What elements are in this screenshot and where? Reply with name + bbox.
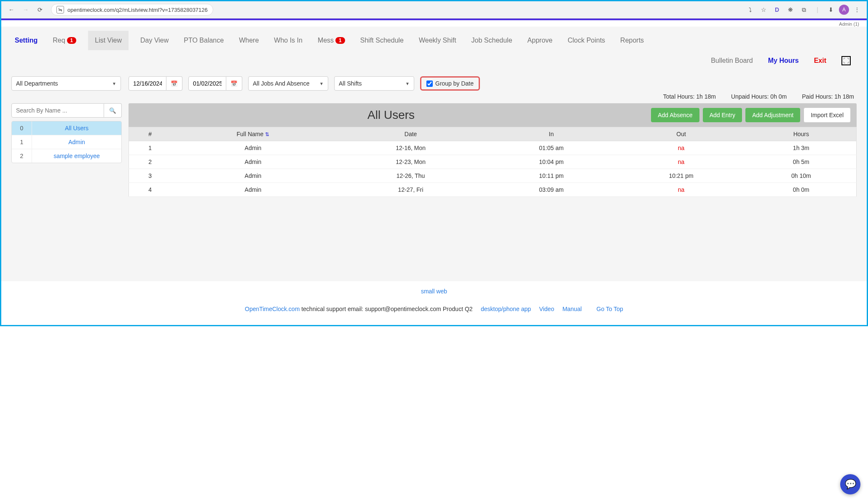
- nav-bulletin-board[interactable]: Bulletin Board: [707, 55, 756, 66]
- nav-shift-schedule[interactable]: Shift Schedule: [357, 35, 407, 46]
- nav-list-view[interactable]: List View: [88, 31, 129, 50]
- user-list-row[interactable]: 0All Users: [12, 121, 121, 135]
- cell-in: 10:11 pm: [486, 169, 616, 183]
- table-row[interactable]: 4Admin12-27, Fri03:09 amna0h 0m: [129, 183, 857, 197]
- small-web-link[interactable]: small web: [421, 288, 447, 295]
- footer-video-link[interactable]: Video: [539, 306, 555, 312]
- profile-avatar[interactable]: A: [839, 5, 849, 15]
- sidebar: 🔍 0All Users1Admin2sample employee: [11, 103, 122, 163]
- extension-d-icon[interactable]: D: [772, 4, 782, 15]
- add-adjustment-button[interactable]: Add Adjustment: [745, 108, 800, 122]
- column--[interactable]: #: [129, 127, 171, 141]
- nav-weekly-shift[interactable]: Weekly Shift: [415, 35, 460, 46]
- nav-where[interactable]: Where: [236, 35, 262, 46]
- install-icon[interactable]: ⤵: [745, 4, 755, 15]
- site-info-icon[interactable]: ≒: [56, 6, 64, 13]
- user-index: 0: [12, 121, 32, 135]
- search-input[interactable]: [11, 103, 104, 118]
- user-name[interactable]: Admin: [32, 135, 121, 149]
- cell-name: Admin: [171, 169, 335, 183]
- browser-toolbar: ← → ⟳ ≒ opentimeclock.com/q2/mListview.h…: [1, 1, 867, 19]
- menu-icon[interactable]: ⋮: [852, 4, 863, 15]
- cell-name: Admin: [171, 141, 335, 155]
- cell-n: 3: [129, 169, 171, 183]
- footer-desktop-link[interactable]: desktop/phone app: [481, 306, 531, 312]
- jobs-select[interactable]: All Jobs And Absence ▼: [248, 76, 328, 91]
- user-index: 2: [12, 149, 32, 163]
- date-to-picker-button[interactable]: 📅: [226, 76, 242, 91]
- column-date[interactable]: Date: [335, 127, 487, 141]
- cell-date: 12-23, Mon: [335, 155, 487, 169]
- nav-reports[interactable]: Reports: [617, 35, 647, 46]
- badge: 1: [67, 37, 77, 44]
- unpaid-hours: Unpaid Hours: 0h 0m: [731, 93, 787, 100]
- cell-name: Admin: [171, 155, 335, 169]
- add-absence-button[interactable]: Add Absence: [651, 108, 699, 122]
- user-list-row[interactable]: 2sample employee: [12, 149, 121, 163]
- user-name[interactable]: All Users: [32, 121, 121, 135]
- nav-mess[interactable]: Mess1: [314, 35, 348, 46]
- table-row[interactable]: 3Admin12-26, Thu10:11 pm10:21 pm0h 10m: [129, 169, 857, 183]
- extension-sun-icon[interactable]: ❋: [785, 4, 796, 15]
- column-full-name[interactable]: Full Name⇅: [171, 127, 335, 141]
- paid-hours: Paid Hours: 1h 18m: [802, 93, 854, 100]
- data-table: #Full Name⇅DateInOutHours 1Admin12-16, M…: [129, 127, 857, 197]
- chevron-down-icon: ▼: [405, 81, 410, 86]
- nav-who-is-in[interactable]: Who Is In: [271, 35, 306, 46]
- cell-n: 4: [129, 183, 171, 197]
- page-title: All Users: [134, 108, 648, 122]
- table-row[interactable]: 2Admin12-23, Mon10:04 pmna0h 5m: [129, 155, 857, 169]
- cell-out: 10:21 pm: [616, 169, 746, 183]
- shifts-select[interactable]: All Shifts ▼: [334, 76, 414, 91]
- nav-job-schedule[interactable]: Job Schedule: [468, 35, 516, 46]
- group-by-date-input[interactable]: [426, 81, 433, 87]
- cell-date: 12-16, Mon: [335, 141, 487, 155]
- table-row[interactable]: 1Admin12-16, Mon01:05 amna1h 3m: [129, 141, 857, 155]
- chevron-down-icon: ▼: [112, 81, 116, 86]
- date-to-input[interactable]: [188, 76, 226, 91]
- footer-support-text: technical support email: support@opentim…: [300, 306, 472, 312]
- admin-label: Admin (1): [1, 20, 867, 27]
- user-name[interactable]: sample employee: [32, 149, 121, 163]
- cell-n: 2: [129, 155, 171, 169]
- nav-my-hours[interactable]: My Hours: [765, 55, 802, 66]
- nav-req[interactable]: Req1: [49, 35, 80, 46]
- fullscreen-icon: ⛶: [841, 56, 851, 65]
- import-excel-button[interactable]: Import Excel: [804, 107, 851, 123]
- nav-day-view[interactable]: Day View: [137, 35, 172, 46]
- cell-hours: 0h 5m: [746, 155, 857, 169]
- nav-exit[interactable]: Exit: [811, 55, 830, 66]
- reload-button[interactable]: ⟳: [34, 4, 46, 16]
- back-button[interactable]: ←: [5, 4, 17, 16]
- cell-n: 1: [129, 141, 171, 155]
- cell-in: 03:09 am: [486, 183, 616, 197]
- footer-gototop-link[interactable]: Go To Top: [597, 306, 623, 312]
- nav-pto-balance[interactable]: PTO Balance: [180, 35, 227, 46]
- nav-setting[interactable]: Setting: [11, 35, 41, 46]
- footer-manual-link[interactable]: Manual: [563, 306, 582, 312]
- extensions-icon[interactable]: ⧉: [798, 4, 809, 15]
- nav-clock-points[interactable]: Clock Points: [564, 35, 608, 46]
- forward-button[interactable]: →: [20, 4, 32, 16]
- cell-hours: 0h 0m: [746, 183, 857, 197]
- date-from-picker-button[interactable]: 📅: [166, 76, 182, 91]
- calendar-icon: 📅: [230, 81, 238, 87]
- chevron-down-icon: ▼: [319, 81, 324, 86]
- search-button[interactable]: 🔍: [104, 103, 122, 118]
- add-entry-button[interactable]: Add Entry: [703, 108, 742, 122]
- column-hours[interactable]: Hours: [746, 127, 857, 141]
- footer-otc-link[interactable]: OpenTimeClock.com: [245, 306, 300, 312]
- download-icon[interactable]: ⬇: [825, 4, 836, 15]
- fullscreen-button[interactable]: ⛶: [838, 54, 854, 67]
- date-from-input[interactable]: [129, 76, 166, 91]
- user-list-row[interactable]: 1Admin: [12, 135, 121, 149]
- column-out[interactable]: Out: [616, 127, 746, 141]
- star-icon[interactable]: ☆: [758, 4, 769, 15]
- nav-approve[interactable]: Approve: [524, 35, 556, 46]
- address-bar[interactable]: ≒ opentimeclock.com/q2/mListview.html?v=…: [51, 4, 213, 16]
- url-text: opentimeclock.com/q2/mListview.html?v=17…: [67, 7, 208, 13]
- department-select[interactable]: All Departments ▼: [11, 76, 121, 91]
- calendar-icon: 📅: [171, 81, 178, 87]
- group-by-date-checkbox[interactable]: Group by Date: [420, 76, 480, 91]
- column-in[interactable]: In: [486, 127, 616, 141]
